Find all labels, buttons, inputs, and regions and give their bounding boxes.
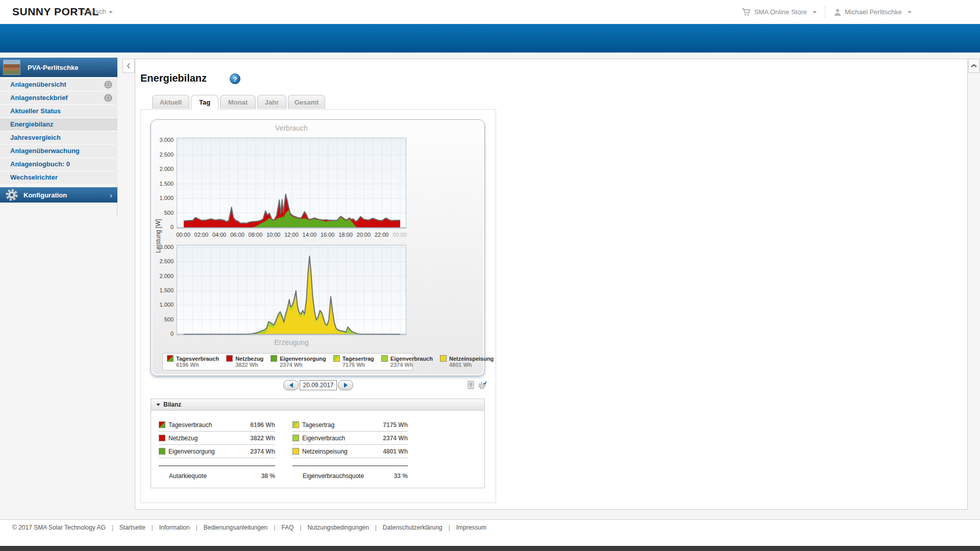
sidebar-item-anlagenlogbuch[interactable]: Anlagenlogbuch: 0 xyxy=(0,158,117,170)
sidebar-item-anlagenueberwachung[interactable]: Anlagenüberwachung xyxy=(0,145,117,157)
globe-icon[interactable] xyxy=(104,94,112,102)
footer-link-faq[interactable]: FAQ xyxy=(267,524,293,531)
gear-icon xyxy=(5,188,18,202)
verbrauch-chart-plot[interactable] xyxy=(177,138,406,229)
top-bar: SUNNY PORTAL Deutsch SMA Online Store Mi… xyxy=(0,0,980,24)
x-tick: 00:00 xyxy=(173,232,193,238)
footer-link-impressum[interactable]: Impressum xyxy=(443,524,486,531)
bilanz-row-netzeinspeisung: Netzeinspeisung 4801 Wh xyxy=(292,445,408,458)
online-store-label: SMA Online Store xyxy=(754,8,807,16)
bilanz-swatch xyxy=(159,435,165,441)
footer-link-startseite[interactable]: Startseite xyxy=(106,524,145,531)
legend-eigenverbrauch: Eigenverbrauch 2374 Wh xyxy=(381,355,433,368)
footer-link-information[interactable]: Information xyxy=(145,524,190,531)
tab-aktuell[interactable]: Aktuell xyxy=(152,95,189,109)
x-tick: 12:00 xyxy=(281,232,302,238)
cart-icon xyxy=(742,8,751,16)
chevron-down-icon xyxy=(813,11,817,13)
chevron-down-icon xyxy=(109,11,113,13)
y-tick: 2.500 xyxy=(151,152,174,158)
online-store-menu[interactable]: SMA Online Store xyxy=(742,8,817,16)
sidebar-nav: Anlagenübersicht Anlagensteckbrief Aktue… xyxy=(0,79,117,185)
chart-settings-icon[interactable] xyxy=(478,380,487,392)
plant-photo-thumbnail xyxy=(3,60,20,75)
arrow-right-icon xyxy=(344,383,348,388)
plant-header[interactable]: PVA-Perlitschke xyxy=(0,58,117,77)
x-tick: 10:00 xyxy=(263,232,284,238)
footer-link-nutzungsbedingungen[interactable]: Nutzungsbedingungen xyxy=(293,524,369,531)
erzeugung-chart xyxy=(177,245,406,335)
sidebar-item-anlagensteckbrief[interactable]: Anlagensteckbrief xyxy=(0,92,117,104)
chart-title-erzeugung: Erzeugung xyxy=(177,338,406,346)
chart-legend: Tagesverbrauch 6196 Wh Netzbezug 3822 Wh… xyxy=(162,353,413,370)
scroll-to-top-button[interactable] xyxy=(968,59,979,73)
y-tick: 1.000 xyxy=(151,302,174,308)
sidebar-item-wechselrichter[interactable]: Wechselrichter xyxy=(0,171,117,184)
bilanz-header[interactable]: Bilanz xyxy=(151,399,484,411)
date-input[interactable] xyxy=(300,380,337,390)
bilanz-row-netzbezug: Netzbezug 3822 Wh xyxy=(159,432,275,445)
sidebar-collapse-button[interactable] xyxy=(122,59,135,73)
sidebar-item-label: Jahresvergleich xyxy=(10,134,61,141)
x-tick: 06:00 xyxy=(227,232,248,238)
language-label: Deutsch xyxy=(82,8,106,15)
user-menu[interactable]: Michael Perlitschke xyxy=(834,8,912,16)
language-dropdown[interactable]: Deutsch xyxy=(82,8,113,15)
sidebar-item-aktueller-status[interactable]: Aktueller Status xyxy=(0,105,117,117)
sidebar-item-label: Anlagensteckbrief xyxy=(10,94,68,102)
bilanz-swatch xyxy=(159,448,165,455)
tab-gesamt[interactable]: Gesamt xyxy=(288,95,325,109)
divider xyxy=(159,465,275,466)
energy-chart-panel: Verbrauch Leistung [W] 3.0002.5002.0001.… xyxy=(151,119,485,376)
bilanz-panel: Bilanz Tagesverbrauch 6196 Wh Netzbezug … xyxy=(151,398,485,488)
legend-swatch xyxy=(333,355,340,362)
footer-copyright: © 2017 SMA Solar Technology AG xyxy=(12,524,106,531)
bilanz-swatch xyxy=(292,448,299,455)
chevron-up-icon xyxy=(971,64,977,68)
y-tick: 500 xyxy=(151,210,174,216)
footer-link-datenschutzerklaerung[interactable]: Datenschutzerklärung xyxy=(369,524,443,531)
y-tick: 0 xyxy=(151,331,174,337)
tab-tag[interactable]: Tag xyxy=(191,95,218,110)
previous-day-button[interactable] xyxy=(283,380,299,390)
bilanz-row-tagesertrag: Tagesertrag 7175 Wh xyxy=(292,418,408,432)
sidebar-item-konfiguration[interactable]: Konfiguration › xyxy=(0,187,117,203)
legend-swatch xyxy=(440,355,447,362)
legend-netzbezug: Netzbezug 3822 Wh xyxy=(226,355,263,368)
legend-eigenversorgung: Eigenversorgung 2374 Wh xyxy=(271,355,326,368)
x-tick: 08:00 xyxy=(245,232,265,238)
y-tick: 500 xyxy=(151,316,174,322)
publish-page-icon[interactable] xyxy=(467,380,475,392)
sidebar-item-label: Anlagenüberwachung xyxy=(10,147,80,155)
footer-link-bedienungsanleitungen[interactable]: Bedienungsanleitungen xyxy=(190,524,268,531)
x-tick: 22:00 xyxy=(372,232,392,238)
user-icon xyxy=(834,8,842,16)
y-tick: 3.000 xyxy=(151,137,174,143)
bilanz-swatch xyxy=(292,435,299,441)
legend-tagesverbrauch: Tagesverbrauch 6196 Wh xyxy=(167,355,219,368)
sidebar-item-label: Energiebilanz xyxy=(10,120,54,128)
sidebar-item-jahresvergleich[interactable]: Jahresvergleich xyxy=(0,132,117,144)
sidebar-item-anlagenuebersicht[interactable]: Anlagenübersicht xyxy=(0,79,117,91)
globe-icon[interactable] xyxy=(104,81,112,89)
tab-monat[interactable]: Monat xyxy=(220,95,256,109)
collapse-triangle-icon xyxy=(156,404,160,406)
next-day-button[interactable] xyxy=(338,380,353,390)
help-icon[interactable]: ? xyxy=(230,73,240,84)
sidebar: PVA-Perlitschke Anlagenübersicht Anlagen… xyxy=(0,58,117,216)
legend-swatch xyxy=(271,355,277,362)
erzeugung-chart-plot[interactable] xyxy=(177,245,406,335)
user-name: Michael Perlitschke xyxy=(845,8,902,16)
bilanz-title: Bilanz xyxy=(163,401,181,408)
x-tick: 04:00 xyxy=(209,232,230,238)
bilanz-swatch xyxy=(292,421,299,428)
sidebar-item-label: Wechselrichter xyxy=(10,173,58,181)
y-tick: 1.500 xyxy=(151,287,174,293)
tab-jahr[interactable]: Jahr xyxy=(257,95,286,109)
sidebar-item-energiebilanz[interactable]: Energiebilanz xyxy=(0,118,117,131)
sidebar-item-label: Aktueller Status xyxy=(10,107,61,115)
x-tick: 16:00 xyxy=(317,232,338,238)
konfiguration-label: Konfiguration xyxy=(23,191,67,199)
bottom-bar xyxy=(0,546,980,551)
legend-swatch xyxy=(167,355,174,362)
